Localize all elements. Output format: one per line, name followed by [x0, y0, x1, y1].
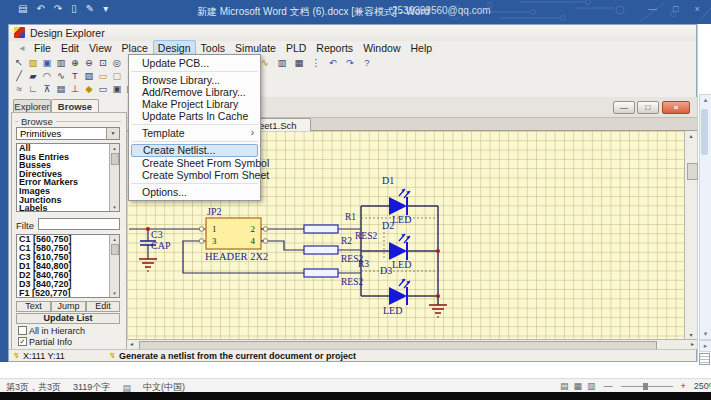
library-list-icon[interactable]: ▦ [293, 57, 305, 69]
zoom-in-icon[interactable]: + [681, 381, 686, 391]
led-d3[interactable] [389, 279, 410, 305]
scroll-up-icon[interactable]: ▴ [700, 96, 711, 104]
update-list-button[interactable]: Update List [16, 313, 120, 324]
list-item[interactable]: Labels [17, 204, 119, 212]
menu-item-browse-library[interactable]: Browse Library... [129, 74, 260, 86]
res2-label-3[interactable]: RES2 [341, 277, 363, 287]
c3-type-label[interactable]: CAP [151, 240, 171, 251]
zoom-window-icon[interactable]: ⊡ [97, 57, 109, 69]
sheet-entry-icon[interactable]: ▣ [111, 83, 123, 95]
all-in-hierarchy-checkbox[interactable] [18, 326, 27, 335]
rounded-rectangle-icon[interactable]: ▢ [111, 70, 123, 82]
scroll-up-icon[interactable]: ▴ [110, 236, 119, 242]
style-icon[interactable]: ✎ [86, 3, 94, 14]
page-indicator-icon[interactable] [699, 353, 710, 365]
open-icon[interactable]: ▨ [27, 57, 39, 69]
menu-item-add-remove-library[interactable]: Add/Remove Library... [129, 86, 260, 98]
scroll-right-icon[interactable]: ▸ [691, 340, 694, 349]
tab-explorer[interactable]: Explorer [13, 99, 51, 112]
menu-item-template[interactable]: Template › [129, 127, 260, 139]
ground-right[interactable] [429, 296, 447, 317]
pin-4[interactable] [263, 239, 268, 244]
scroll-down-icon[interactable]: ▾ [700, 330, 711, 338]
jp2-type-label[interactable]: HEADER 2X2 [205, 251, 268, 262]
scroll-left-icon[interactable]: ◂ [130, 340, 133, 349]
led-d2[interactable] [389, 234, 410, 260]
zoom-slider-handle[interactable] [643, 383, 648, 390]
res2-label-1[interactable]: RES2 [355, 231, 377, 241]
primitive-list[interactable]: C1 [560,750] C1 [580,750] C3 [610,750] D… [16, 234, 120, 298]
scroll-down-icon[interactable]: ▾ [685, 331, 697, 338]
c3-ref-label[interactable]: C3 [151, 229, 163, 240]
save-icon[interactable]: ▣ [41, 57, 53, 69]
menu-item-create-netlist[interactable]: Create Netlist... [131, 144, 258, 157]
menu-item-create-symbol-from-sheet[interactable]: Create Symbol From Sheet [129, 169, 260, 181]
rectangle-icon[interactable]: ▭ [97, 70, 109, 82]
zoom-out-icon[interactable]: — [604, 381, 613, 391]
pin-2[interactable] [263, 227, 268, 232]
menu-file[interactable]: File [29, 40, 56, 56]
resistor-r2[interactable] [304, 246, 338, 254]
zoom-in-icon[interactable]: ⊕ [69, 57, 81, 69]
menu-pld[interactable]: PLD [281, 40, 311, 56]
menu-item-options[interactable]: Options... [129, 186, 260, 198]
menu-item-create-sheet-from-symbol[interactable]: Create Sheet From Symbol [129, 157, 260, 169]
edit-button[interactable]: Edit [86, 301, 120, 312]
wire-icon[interactable]: ≈ [13, 83, 25, 95]
category-list-scrollbar[interactable]: ▴ ▾ [109, 144, 119, 211]
document-icon[interactable]: ▯ [71, 3, 77, 14]
d1-label[interactable]: D1 [382, 175, 394, 186]
jump-button[interactable]: Jump [51, 301, 86, 312]
print-layout-icon[interactable]: ▦ [574, 381, 583, 391]
menu-item-make-project-library[interactable]: Make Project Library [129, 98, 260, 110]
scrollbar-thumb[interactable] [111, 153, 119, 165]
text-button[interactable]: Text [16, 301, 51, 312]
menu-help[interactable]: Help [405, 40, 437, 56]
led-d1[interactable] [389, 189, 410, 215]
bus-icon[interactable]: ∟ [27, 83, 39, 95]
sheet-symbol-icon[interactable]: ▭ [97, 83, 109, 95]
image-icon[interactable]: ▧ [83, 70, 95, 82]
zoom-out-icon[interactable]: ⊖ [83, 57, 95, 69]
qat-more-icon[interactable]: ▾ [103, 3, 108, 14]
word-vertical-scrollbar[interactable]: ▴ ▾ [699, 94, 711, 340]
minimize-icon[interactable]: — [648, 4, 657, 14]
line-icon[interactable]: ╱ [13, 70, 25, 82]
menu-item-update-parts-in-cache[interactable]: Update Parts In Cache [129, 110, 260, 122]
library-icon[interactable]: ▥ [276, 57, 288, 69]
design-explorer-titlebar[interactable]: Design Explorer [9, 25, 696, 41]
d3-label[interactable]: D3 [380, 265, 392, 276]
doc-close-button[interactable]: × [662, 101, 690, 114]
scroll-up-icon[interactable]: ▴ [110, 145, 119, 151]
schematic-horizontal-scrollbar[interactable]: ◂ ▸ [127, 339, 697, 349]
read-mode-icon[interactable]: ▤ [560, 381, 569, 391]
polygon-icon[interactable]: ▰ [27, 70, 39, 82]
menu-view[interactable]: View [84, 40, 117, 56]
menu-edit[interactable]: Edit [56, 40, 84, 56]
resistor-r3[interactable] [304, 269, 338, 277]
category-list[interactable]: All Bus Entries Busses Directives Error … [16, 143, 120, 212]
junction-icon[interactable]: ◆ [83, 83, 95, 95]
doc-minimize-button[interactable]: — [613, 101, 635, 114]
cross-probe-icon[interactable]: ◎ [111, 57, 123, 69]
bus-entry-icon[interactable]: ⊼ [41, 83, 53, 95]
undo-icon[interactable]: ↶ [327, 57, 339, 69]
proofing-icon[interactable]: ▤ [122, 383, 131, 393]
redo-icon[interactable]: ↷ [344, 57, 356, 69]
scroll-down-icon[interactable]: ▾ [110, 290, 119, 296]
pin-3[interactable] [199, 239, 204, 244]
led3-label[interactable]: LED [383, 305, 402, 316]
partial-info-checkbox[interactable]: ✓ [18, 337, 27, 346]
undo-icon[interactable]: ↶ [36, 3, 44, 14]
scrollbar-thumb[interactable] [687, 163, 698, 180]
d2-label[interactable]: D2 [382, 220, 394, 231]
r2-label[interactable]: R2 [341, 236, 352, 246]
select-icon[interactable]: ↖ [13, 57, 25, 69]
r3-label[interactable]: R3 [358, 259, 369, 269]
part-icon[interactable]: ▤ [55, 83, 67, 95]
maximize-icon[interactable]: □ [673, 4, 678, 14]
led2-label[interactable]: LED [392, 259, 411, 270]
save-icon[interactable]: ▤ [18, 3, 27, 14]
led1-label[interactable]: LED [392, 214, 411, 225]
connector-jp2[interactable] [199, 218, 268, 249]
